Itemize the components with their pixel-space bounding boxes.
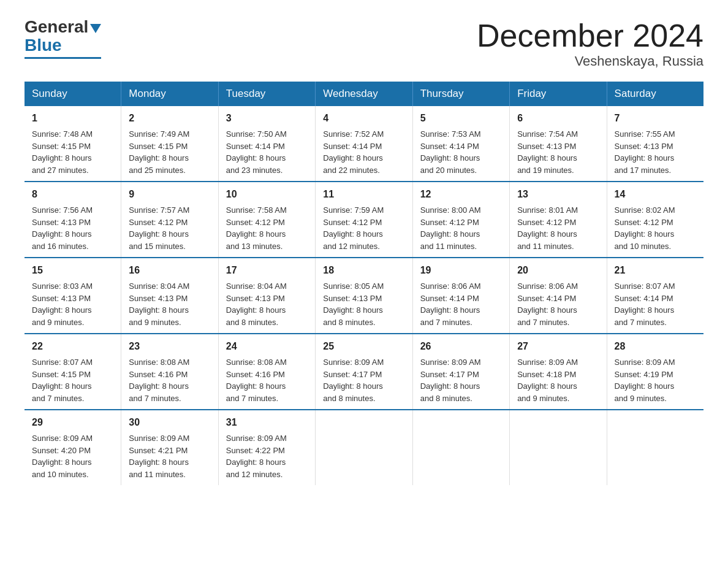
day-info: Sunrise: 8:03 AMSunset: 4:13 PMDaylight:… [32,280,113,328]
day-number: 11 [323,187,404,202]
day-info: Sunrise: 8:09 AMSunset: 4:21 PMDaylight:… [129,432,210,480]
weekday-header-tuesday: Tuesday [218,82,315,106]
day-info: Sunrise: 7:52 AMSunset: 4:14 PMDaylight:… [323,128,404,176]
calendar-cell: 21Sunrise: 8:07 AMSunset: 4:14 PMDayligh… [607,258,703,334]
day-info: Sunrise: 8:00 AMSunset: 4:12 PMDaylight:… [420,204,502,252]
day-number: 25 [323,339,404,354]
calendar-week-row: 22Sunrise: 8:07 AMSunset: 4:15 PMDayligh… [25,334,703,410]
weekday-header-thursday: Thursday [412,82,509,106]
day-number: 9 [129,187,210,202]
day-number: 4 [323,111,404,126]
day-info: Sunrise: 8:07 AMSunset: 4:14 PMDaylight:… [615,280,696,328]
day-info: Sunrise: 8:06 AMSunset: 4:14 PMDaylight:… [420,280,502,328]
weekday-header-friday: Friday [510,82,607,106]
day-number: 31 [226,415,308,430]
calendar-cell: 6Sunrise: 7:54 AMSunset: 4:13 PMDaylight… [510,106,607,182]
calendar-week-row: 29Sunrise: 8:09 AMSunset: 4:20 PMDayligh… [25,410,703,485]
day-number: 27 [517,339,599,354]
calendar-week-row: 15Sunrise: 8:03 AMSunset: 4:13 PMDayligh… [25,258,703,334]
calendar-subtitle: Veshenskaya, Russia [477,53,703,69]
page-header: General Blue December 2024 Veshenskaya, … [25,18,703,69]
day-info: Sunrise: 7:56 AMSunset: 4:13 PMDaylight:… [32,204,113,252]
day-info: Sunrise: 8:09 AMSunset: 4:22 PMDaylight:… [226,432,308,480]
calendar-cell: 10Sunrise: 7:58 AMSunset: 4:12 PMDayligh… [218,182,315,258]
day-info: Sunrise: 7:53 AMSunset: 4:14 PMDaylight:… [420,128,502,176]
calendar-week-row: 1Sunrise: 7:48 AMSunset: 4:15 PMDaylight… [25,106,703,182]
day-number: 21 [615,263,696,278]
title-block: December 2024 Veshenskaya, Russia [477,18,703,69]
day-number: 14 [615,187,696,202]
calendar-cell: 9Sunrise: 7:57 AMSunset: 4:12 PMDaylight… [121,182,218,258]
day-info: Sunrise: 8:09 AMSunset: 4:17 PMDaylight:… [420,356,502,404]
day-number: 19 [420,263,502,278]
calendar-cell: 24Sunrise: 8:08 AMSunset: 4:16 PMDayligh… [218,334,315,410]
day-info: Sunrise: 7:50 AMSunset: 4:14 PMDaylight:… [226,128,308,176]
logo-underline [25,57,101,59]
weekday-header-sunday: Sunday [25,82,121,106]
calendar-cell: 8Sunrise: 7:56 AMSunset: 4:13 PMDaylight… [25,182,121,258]
day-number: 16 [129,263,210,278]
calendar-cell: 12Sunrise: 8:00 AMSunset: 4:12 PMDayligh… [412,182,509,258]
calendar-cell: 16Sunrise: 8:04 AMSunset: 4:13 PMDayligh… [121,258,218,334]
day-number: 20 [517,263,599,278]
calendar-cell: 7Sunrise: 7:55 AMSunset: 4:13 PMDaylight… [607,106,703,182]
calendar-cell: 30Sunrise: 8:09 AMSunset: 4:21 PMDayligh… [121,410,218,485]
calendar-table: SundayMondayTuesdayWednesdayThursdayFrid… [25,82,703,485]
day-info: Sunrise: 8:09 AMSunset: 4:19 PMDaylight:… [615,356,696,404]
calendar-cell: 28Sunrise: 8:09 AMSunset: 4:19 PMDayligh… [607,334,703,410]
day-info: Sunrise: 8:04 AMSunset: 4:13 PMDaylight:… [129,280,210,328]
day-number: 26 [420,339,502,354]
day-info: Sunrise: 8:04 AMSunset: 4:13 PMDaylight:… [226,280,308,328]
calendar-cell: 22Sunrise: 8:07 AMSunset: 4:15 PMDayligh… [25,334,121,410]
day-number: 15 [32,263,113,278]
day-info: Sunrise: 8:08 AMSunset: 4:16 PMDaylight:… [129,356,210,404]
weekday-header-wednesday: Wednesday [316,82,412,106]
day-info: Sunrise: 8:08 AMSunset: 4:16 PMDaylight:… [226,356,308,404]
day-info: Sunrise: 8:07 AMSunset: 4:15 PMDaylight:… [32,356,113,404]
calendar-cell: 20Sunrise: 8:06 AMSunset: 4:14 PMDayligh… [510,258,607,334]
calendar-cell: 11Sunrise: 7:59 AMSunset: 4:12 PMDayligh… [316,182,412,258]
day-info: Sunrise: 7:58 AMSunset: 4:12 PMDaylight:… [226,204,308,252]
day-number: 23 [129,339,210,354]
day-number: 24 [226,339,308,354]
calendar-cell: 13Sunrise: 8:01 AMSunset: 4:12 PMDayligh… [510,182,607,258]
calendar-cell [412,410,509,485]
calendar-cell [607,410,703,485]
day-info: Sunrise: 7:54 AMSunset: 4:13 PMDaylight:… [517,128,599,176]
day-info: Sunrise: 7:59 AMSunset: 4:12 PMDaylight:… [323,204,404,252]
calendar-cell: 25Sunrise: 8:09 AMSunset: 4:17 PMDayligh… [316,334,412,410]
logo-triangle-icon [90,24,101,33]
day-number: 5 [420,111,502,126]
day-number: 7 [615,111,696,126]
logo-general: General [25,18,88,36]
calendar-cell: 26Sunrise: 8:09 AMSunset: 4:17 PMDayligh… [412,334,509,410]
logo: General Blue [25,18,101,59]
day-number: 6 [517,111,599,126]
calendar-cell: 29Sunrise: 8:09 AMSunset: 4:20 PMDayligh… [25,410,121,485]
day-number: 3 [226,111,308,126]
day-info: Sunrise: 7:55 AMSunset: 4:13 PMDaylight:… [615,128,696,176]
day-number: 2 [129,111,210,126]
calendar-cell: 1Sunrise: 7:48 AMSunset: 4:15 PMDaylight… [25,106,121,182]
day-number: 18 [323,263,404,278]
calendar-cell: 3Sunrise: 7:50 AMSunset: 4:14 PMDaylight… [218,106,315,182]
calendar-cell: 18Sunrise: 8:05 AMSunset: 4:13 PMDayligh… [316,258,412,334]
day-number: 28 [615,339,696,354]
day-number: 29 [32,415,113,430]
day-number: 8 [32,187,113,202]
calendar-cell: 17Sunrise: 8:04 AMSunset: 4:13 PMDayligh… [218,258,315,334]
calendar-cell [316,410,412,485]
calendar-cell: 27Sunrise: 8:09 AMSunset: 4:18 PMDayligh… [510,334,607,410]
calendar-header-row: SundayMondayTuesdayWednesdayThursdayFrid… [25,82,703,106]
day-info: Sunrise: 7:57 AMSunset: 4:12 PMDaylight:… [129,204,210,252]
day-info: Sunrise: 8:09 AMSunset: 4:17 PMDaylight:… [323,356,404,404]
day-number: 1 [32,111,113,126]
calendar-cell: 19Sunrise: 8:06 AMSunset: 4:14 PMDayligh… [412,258,509,334]
logo-blue: Blue [25,36,62,55]
day-info: Sunrise: 8:06 AMSunset: 4:14 PMDaylight:… [517,280,599,328]
calendar-cell: 31Sunrise: 8:09 AMSunset: 4:22 PMDayligh… [218,410,315,485]
day-info: Sunrise: 8:01 AMSunset: 4:12 PMDaylight:… [517,204,599,252]
calendar-cell: 4Sunrise: 7:52 AMSunset: 4:14 PMDaylight… [316,106,412,182]
day-number: 10 [226,187,308,202]
calendar-cell: 2Sunrise: 7:49 AMSunset: 4:15 PMDaylight… [121,106,218,182]
